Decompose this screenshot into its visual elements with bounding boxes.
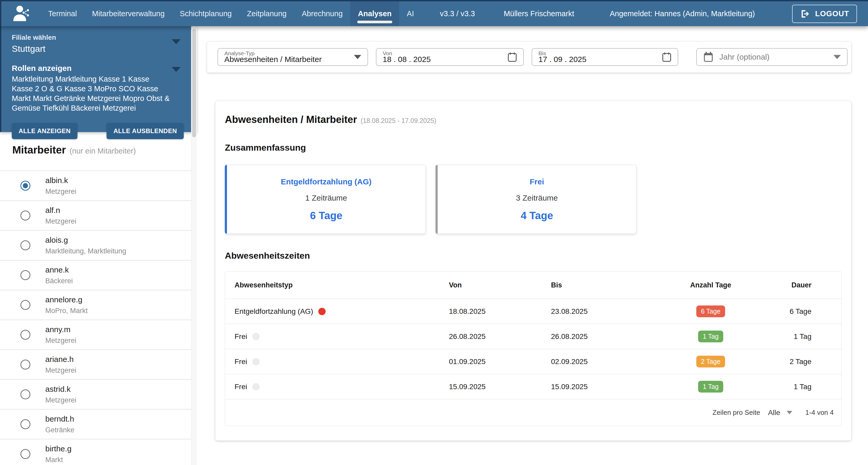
filter-bar: Analyse-Typ Abwesenheiten / Mitarbeiter … [207, 41, 851, 73]
radio-button[interactable] [21, 360, 30, 369]
list-item[interactable]: astrid.k Metzgerei [0, 379, 197, 409]
calendar-icon[interactable] [507, 52, 517, 62]
pagination-range: 1-4 von 4 [805, 408, 834, 417]
analyse-typ-select[interactable]: Analyse-Typ Abwesenheiten / Mitarbeiter [218, 48, 368, 66]
chevron-down-icon [786, 411, 792, 414]
hide-all-button[interactable]: ALLE AUSBLENDEN [106, 123, 184, 139]
nav-tab[interactable]: Zeitplanung [239, 1, 294, 26]
nav-tab-label: Abrechnung [302, 9, 343, 18]
list-item[interactable]: annelore.g MoPro, Markt [0, 290, 197, 320]
employee-name: alois.g [45, 236, 126, 244]
employee-role: Metzgerei [45, 337, 76, 345]
filiale-select[interactable]: Filiale wählen Stuttgart [12, 33, 184, 54]
radio-button[interactable] [21, 240, 30, 250]
user-avatar-icon[interactable] [1, 1, 40, 26]
list-item[interactable]: ariane.h Metzgerei [0, 350, 197, 379]
column-header: Anzahl Tage [643, 281, 779, 289]
rollen-label: Rollen anzeigen [12, 64, 184, 73]
bis-cell: 23.08.2025 [551, 307, 643, 315]
radio-button[interactable] [21, 419, 30, 429]
radio-button[interactable] [21, 330, 30, 340]
nav-tab[interactable]: Terminal [40, 1, 85, 26]
radio-button[interactable] [21, 270, 30, 280]
employee-name: anne.k [45, 265, 73, 274]
employee-texts: ariane.h Metzgerei [45, 355, 76, 374]
filiale-value: Stuttgart [12, 44, 184, 54]
nav-tab[interactable]: AI [399, 1, 422, 26]
scrollbar-thumb[interactable] [192, 29, 196, 137]
status-badge: 1 Tag [698, 331, 723, 342]
chevron-down-icon [833, 55, 841, 59]
calendar-icon[interactable] [662, 52, 672, 62]
list-item[interactable]: anny.m Metzgerei [0, 320, 197, 350]
nav-tab[interactable]: Analysen [350, 1, 399, 26]
radio-button[interactable] [21, 390, 30, 399]
employee-texts: annelore.g MoPro, Markt [45, 295, 88, 315]
employee-name: berndt.h [45, 414, 74, 424]
list-item[interactable]: albin.k Metzgerei [0, 170, 197, 200]
list-item[interactable]: birthe.g Markt [0, 439, 197, 465]
employee-texts: astrid.k Metzgerei [45, 385, 76, 404]
table-row: Frei 01.09.2025 02.09.2025 2 Tage 2 Tage [225, 349, 842, 374]
bis-cell: 02.09.2025 [551, 358, 643, 366]
radio-button[interactable] [21, 210, 30, 221]
absence-type-label: Frei [235, 358, 247, 366]
radio-button[interactable] [21, 300, 30, 310]
bis-date-field[interactable]: Bis 17 . 09 . 2025 [532, 48, 678, 66]
list-item[interactable]: alf.n Metzgerei [0, 200, 197, 230]
person-share-icon [11, 4, 31, 24]
top-navbar: Terminal Mitarbeiterverwaltung Schichtpl… [0, 0, 868, 26]
column-header: Dauer [779, 281, 842, 289]
jahr-select[interactable]: Jahr (optional) [696, 48, 847, 66]
absence-type-label: Frei [235, 332, 247, 341]
employee-role: Getränke [45, 426, 74, 434]
employee-name: albin.k [45, 176, 76, 185]
sidebar: Filiale wählen Stuttgart Rollen anzeigen… [0, 26, 197, 465]
nav-tab[interactable]: Abrechnung [294, 1, 350, 26]
employee-texts: alois.g Marktleitung, Marktleitung [45, 236, 126, 255]
absence-table: Abwesenheitstyp Von Bis Anzahl Tage Daue… [225, 271, 842, 426]
status-badge: 1 Tag [698, 381, 723, 393]
summary-card: Entgeldfortzahlung (AG) 1 Zeiträume 6 Ta… [225, 165, 426, 234]
employee-name: anny.m [45, 325, 76, 334]
summary-card-periods: 1 Zeiträume [305, 194, 347, 202]
radio-button[interactable] [21, 449, 30, 459]
list-item[interactable]: alois.g Marktleitung, Marktleitung [0, 230, 197, 260]
employee-texts: anne.k Bäckerei [45, 265, 73, 285]
summary-card-days: 4 Tage [521, 210, 553, 222]
employee-name: annelore.g [45, 295, 88, 304]
anzahl-tage-cell: 6 Tage [643, 305, 779, 317]
logout-button[interactable]: LOGOUT [792, 5, 857, 23]
table-row: Entgeldfortzahlung (AG) 18.08.2025 23.08… [225, 299, 842, 324]
role-toggle-buttons: ALLE ANZEIGEN ALLE AUSBLENDEN [12, 123, 184, 139]
table-body: Entgeldfortzahlung (AG) 18.08.2025 23.08… [225, 299, 842, 399]
summary-title: Zusammenfassung [225, 142, 842, 153]
sidebar-filter-panel: Filiale wählen Stuttgart Rollen anzeigen… [0, 26, 197, 132]
von-date-field[interactable]: Von 18 . 08 . 2025 [376, 48, 524, 66]
mitarbeiter-header: Mitarbeiter (nur ein Mitarbeiter) [12, 144, 197, 156]
anzahl-tage-cell: 1 Tag [643, 381, 779, 393]
list-item[interactable]: berndt.h Getränke [0, 409, 197, 439]
list-item[interactable]: anne.k Bäckerei [0, 260, 197, 290]
chevron-down-icon[interactable] [172, 39, 181, 44]
nav-tab[interactable]: Schichtplanung [172, 1, 239, 26]
employee-texts: berndt.h Getränke [45, 414, 74, 434]
nav-tab-label: AI [407, 9, 414, 18]
logout-icon [800, 9, 810, 19]
employee-texts: albin.k Metzgerei [45, 176, 76, 196]
chevron-down-icon[interactable] [172, 67, 181, 72]
employee-role: Marktleitung, Marktleitung [45, 247, 126, 255]
rows-per-page-label: Zeilen pro Seite [713, 408, 760, 417]
von-cell: 18.08.2025 [449, 307, 551, 315]
main-nav: Terminal Mitarbeiterverwaltung Schichtpl… [40, 1, 422, 26]
summary-card-title: Frei [530, 177, 544, 186]
radio-button[interactable] [21, 181, 30, 191]
nav-tab[interactable]: Mitarbeiterverwaltung [85, 1, 172, 26]
summary-card-title: Entgeldfortzahlung (AG) [281, 177, 372, 186]
rollen-select[interactable]: Rollen anzeigen Marktleitung Marktleitun… [12, 64, 184, 113]
show-all-button[interactable]: ALLE ANZEIGEN [12, 123, 78, 139]
rows-per-page-select[interactable]: Alle [768, 408, 792, 417]
dauer-cell: 1 Tag [779, 332, 842, 341]
sidebar-scrollbar[interactable] [191, 26, 197, 465]
rows-per-page-value: Alle [768, 408, 780, 417]
